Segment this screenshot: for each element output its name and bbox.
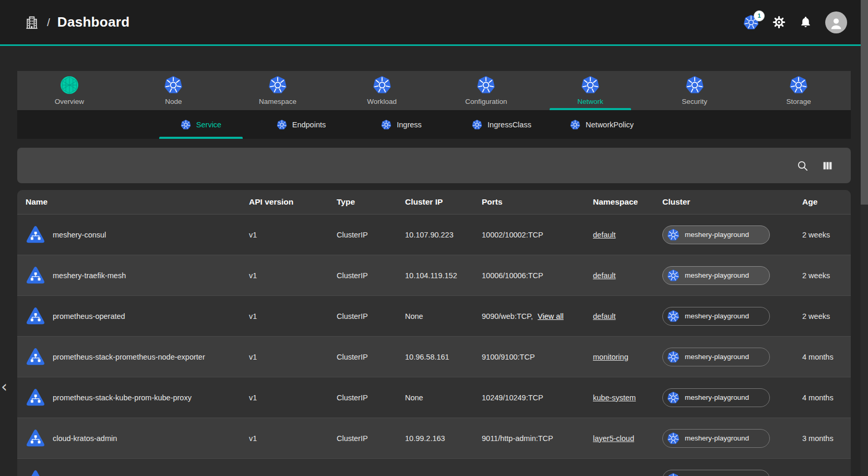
subtab-ingressclass[interactable]: IngressClass (451, 110, 552, 139)
cluster-status-button[interactable]: 1 (743, 15, 759, 30)
namespace-link[interactable]: default (593, 312, 616, 320)
cluster-ip: None (397, 312, 473, 320)
subtab-label: NetworkPolicy (586, 121, 634, 129)
collapse-panel-chevron[interactable]: ‹ (1, 379, 7, 395)
service-icon (26, 266, 45, 285)
namespace-link[interactable]: default (593, 231, 616, 239)
kubernetes-icon (472, 120, 482, 130)
subtab-service[interactable]: Service (151, 110, 251, 139)
cluster-ip: 10.96.58.161 (397, 353, 473, 361)
kubernetes-icon (164, 76, 183, 94)
api-version: v1 (241, 434, 328, 443)
search-button[interactable] (796, 160, 808, 172)
column-header-api-version: API version (241, 197, 328, 207)
service-type: ClusterIP (328, 353, 397, 361)
table-row: prometheus-operated v1 ClusterIP None 90… (17, 296, 851, 337)
kubernetes-icon (581, 76, 600, 94)
tab-label: Namespace (259, 98, 296, 105)
ports-value: 9100/9100:TCP (482, 353, 535, 361)
cluster-chip[interactable]: meshery-playground (662, 388, 770, 407)
age: 4 months (794, 353, 851, 361)
cluster-chip[interactable]: meshery-playground (662, 348, 770, 366)
cluster-chip[interactable]: meshery-playground (662, 225, 770, 244)
column-header-ports: Ports (473, 197, 585, 207)
services-table: Name API version Type Cluster IP Ports N… (17, 190, 851, 476)
api-version: v1 (241, 231, 328, 239)
cluster-name: meshery-playground (685, 353, 749, 361)
service-type: ClusterIP (328, 434, 397, 443)
table-header: Name API version Type Cluster IP Ports N… (17, 190, 851, 215)
tab-workload[interactable]: Workload (330, 71, 434, 110)
settings-button[interactable] (772, 15, 786, 29)
cluster-ip: None (397, 394, 473, 402)
scrollbar-thumb[interactable] (861, 0, 868, 205)
cluster-name: meshery-playground (685, 434, 749, 442)
notifications-button[interactable] (799, 16, 812, 29)
service-type: ClusterIP (328, 271, 397, 280)
table-row: prometheus-stack-prometheus-node-exporte… (17, 337, 851, 377)
view-columns-button[interactable] (822, 160, 833, 171)
service-icon (26, 347, 45, 367)
column-header-age: Age (794, 197, 851, 207)
dashboard-app: / Dashboard 1 Overview (0, 0, 868, 476)
tab-namespace[interactable]: Namespace (225, 71, 330, 110)
cluster-chip[interactable]: meshery-playground (662, 429, 770, 448)
column-header-type: Type (328, 197, 397, 207)
subtab-label: Ingress (397, 121, 422, 129)
kubernetes-icon (667, 432, 680, 445)
tab-security[interactable]: Security (643, 71, 747, 110)
subtab-label: Endpoints (292, 121, 326, 129)
kubernetes-icon (667, 310, 680, 323)
breadcrumb: / Dashboard (24, 14, 129, 30)
api-version: v1 (241, 394, 328, 402)
service-name: prometheus-operated (53, 312, 125, 320)
column-header-name: Name (17, 197, 241, 207)
view-all-link[interactable]: View all (538, 312, 564, 320)
breadcrumb-separator: / (47, 16, 50, 29)
network-subtabs: Service Endpoints Ingress IngressClass N… (17, 110, 851, 139)
service-icon (26, 388, 45, 408)
subtab-endpoints[interactable]: Endpoints (251, 110, 351, 139)
namespace-link[interactable]: layer5-cloud (593, 434, 634, 443)
namespace-link[interactable]: monitoring (593, 353, 628, 361)
tab-storage[interactable]: Storage (746, 71, 851, 110)
subtab-networkpolicy[interactable]: NetworkPolicy (552, 110, 652, 139)
main-content: Overview Node Namespace Workload Configu… (0, 71, 868, 476)
service-type: ClusterIP (328, 312, 397, 320)
kubernetes-icon (667, 391, 680, 404)
person-icon (828, 16, 844, 31)
api-version: v1 (241, 353, 328, 361)
service-name: prometheus-stack-prometheus-node-exporte… (53, 353, 205, 361)
tab-configuration[interactable]: Configuration (434, 71, 539, 110)
tab-label: Overview (55, 98, 84, 105)
subtab-label: Service (196, 121, 221, 129)
subtab-label: IngressClass (487, 121, 531, 129)
service-icon (26, 469, 45, 476)
subtab-ingress[interactable]: Ingress (351, 110, 451, 139)
cluster-chip[interactable]: meshery-playground (662, 470, 770, 476)
table-row: cloud-kratos-admin v1 ClusterIP 10.99.2.… (17, 418, 851, 459)
view-columns-icon (822, 160, 833, 171)
api-version: v1 (241, 312, 328, 320)
cluster-ip: 10.107.90.223 (397, 231, 473, 239)
scrollbar-track (861, 0, 868, 476)
kubernetes-icon (277, 120, 287, 130)
tab-overview[interactable]: Overview (17, 71, 122, 110)
column-header-cluster: Cluster (654, 197, 794, 207)
cluster-ip: 10.104.119.152 (397, 271, 473, 280)
column-header-cluster-ip: Cluster IP (397, 197, 473, 207)
cluster-chip[interactable]: meshery-playground (662, 307, 770, 326)
avatar[interactable] (825, 11, 847, 33)
cluster-name: meshery-playground (685, 271, 749, 279)
kubernetes-icon (685, 76, 704, 94)
ports-value: 9011/http-admin:TCP (482, 434, 553, 443)
tab-network[interactable]: Network (538, 71, 643, 110)
namespace-link[interactable]: default (593, 271, 616, 280)
cluster-chip[interactable]: meshery-playground (662, 266, 770, 285)
kubernetes-icon (373, 76, 391, 94)
kubernetes-icon (667, 229, 680, 241)
table-toolbar (17, 148, 851, 183)
namespace-link[interactable]: kube-system (593, 394, 636, 402)
table-row: meshery-traefik-mesh v1 ClusterIP 10.104… (17, 255, 851, 296)
tab-node[interactable]: Node (122, 71, 226, 110)
